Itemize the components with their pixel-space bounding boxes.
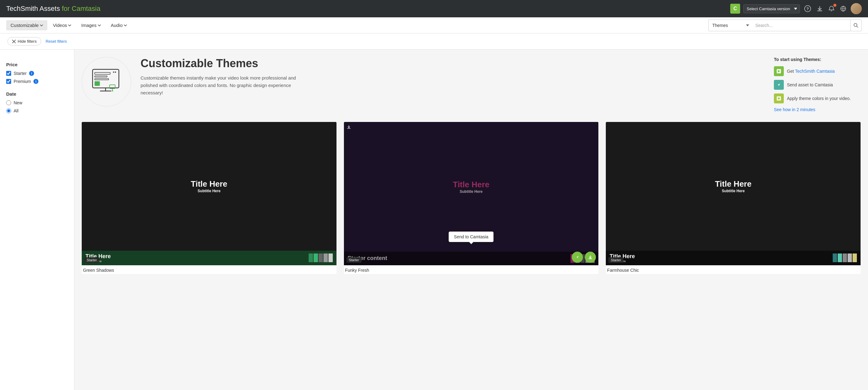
nav-customizable[interactable]: Customizable — [6, 20, 48, 30]
svg-rect-6 — [95, 76, 107, 77]
card-name-green-shadows: Green Shadows — [82, 265, 337, 274]
cards-grid: Title Here Subtitle Here Title Here Subt… — [82, 122, 861, 274]
date-filter-title: Date — [6, 91, 68, 97]
content-inner: Customizable Themes Customizable themes … — [74, 50, 868, 281]
color-swatches-farm — [833, 254, 857, 262]
category-dropdown[interactable]: Themes Intros/Outros Lower Thirds Titles — [708, 20, 752, 31]
notification-button[interactable] — [827, 4, 836, 13]
card-farmhouse-chic[interactable]: Title Here Subtitle Here Title Here Subt… — [606, 122, 861, 274]
sub-navigation: Customizable Videos Images Audio Themes … — [0, 17, 868, 33]
search-container: Themes Intros/Outros Lower Thirds Titles — [708, 20, 862, 31]
thumb-lower-farmhouse: Title Here Subtitle Here — [606, 251, 861, 265]
filter-premium: Premium i — [6, 79, 68, 84]
thumb-title-area-farmhouse: Title Here Subtitle Here — [606, 122, 861, 251]
avatar-image — [851, 3, 862, 14]
thumb-title: Title Here — [191, 179, 227, 189]
svg-point-18 — [778, 98, 780, 99]
top-nav-right: C Select Camtasia version ? — [730, 3, 862, 14]
aside-title: To start using Themes: — [774, 57, 861, 62]
nav-videos[interactable]: Videos — [49, 20, 76, 30]
svg-point-8 — [113, 71, 114, 73]
date-all-radio[interactable] — [6, 108, 11, 113]
aside-icon-send — [774, 80, 784, 90]
version-selector[interactable]: Select Camtasia version — [743, 4, 800, 13]
date-new-label: New — [13, 100, 22, 105]
sidebar-filters: Price Starter i Premium i Date New All — [0, 50, 74, 390]
starter-info-icon[interactable]: i — [29, 71, 34, 76]
brand-logo: TechSmith Assets for Camtasia — [6, 5, 100, 13]
notification-badge — [833, 4, 836, 7]
search-button[interactable] — [850, 20, 862, 31]
aside-icon-camtasia — [774, 66, 784, 76]
hero-description: Customizable themes instantly make your … — [141, 74, 308, 97]
globe-button[interactable] — [839, 4, 847, 13]
card-thumbnail-farmhouse: Title Here Subtitle Here Title Here Subt… — [606, 122, 861, 265]
thumb-lower: Title Here Subtitle Here — [82, 251, 337, 265]
svg-rect-10 — [95, 82, 100, 86]
hero-section: Customizable Themes Customizable themes … — [82, 57, 861, 112]
hide-filters-button[interactable]: Hide filters — [7, 37, 41, 45]
card-thumbnail-funky-fresh: Title Here Subtitle Here Starter content — [344, 122, 599, 265]
avatar[interactable] — [851, 3, 862, 14]
hero-title: Customizable Themes — [141, 57, 765, 70]
thumb-title-area: Title Here Subtitle Here — [82, 122, 337, 251]
card-action-buttons — [572, 252, 596, 263]
card-badge-starter: Starter — [84, 257, 99, 263]
filter-all: All — [6, 108, 68, 113]
brand-name-prefix: TechSmith Assets — [6, 5, 60, 12]
reset-filters-button[interactable]: Reset filters — [45, 39, 67, 44]
brand-name-suffix: for Camtasia — [60, 5, 101, 12]
nav-audio[interactable]: Audio — [106, 20, 131, 30]
thumb-title-farmhouse: Title Here — [715, 179, 752, 189]
thumb-subtitle-farmhouse: Subtitle Here — [722, 189, 745, 193]
send-to-camtasia-tooltip: Send to Camtasia — [448, 231, 493, 242]
premium-checkbox[interactable] — [6, 79, 11, 84]
hero-aside: To start using Themes: Get TechSmith Cam… — [774, 57, 861, 112]
hero-icon-circle — [82, 57, 131, 106]
date-new-radio[interactable] — [6, 100, 11, 105]
techsmith-camtasia-link[interactable]: TechSmith Camtasia — [795, 69, 835, 74]
thumbnail-content: Title Here Subtitle Here Title Here Subt… — [82, 122, 337, 265]
card-badge-funky: Starter — [346, 257, 362, 263]
search-input[interactable] — [752, 20, 851, 31]
main-layout: Price Starter i Premium i Date New All — [0, 50, 868, 390]
aside-icon-apply — [774, 94, 784, 103]
starter-checkbox[interactable] — [6, 71, 11, 76]
starter-label: Starter — [13, 71, 27, 76]
send-to-camtasia-button[interactable] — [572, 252, 583, 263]
premium-label: Premium — [13, 79, 31, 84]
svg-text:?: ? — [806, 6, 809, 11]
card-name-farmhouse-chic: Farmhouse Chic — [606, 265, 861, 274]
see-how-link[interactable]: See how in 2 minutes — [774, 107, 861, 112]
aside-item-2: Send asset to Camtasia — [774, 80, 861, 90]
help-button[interactable]: ? — [803, 4, 812, 13]
camtasia-app-icon: C — [730, 4, 740, 13]
download-button-funky[interactable] — [585, 252, 596, 263]
thumbnail-content-farmhouse: Title Here Subtitle Here Title Here Subt… — [606, 122, 861, 265]
filter-controls-bar: Hide filters Reset filters — [0, 33, 868, 50]
price-filter-title: Price — [6, 62, 68, 67]
svg-point-9 — [115, 71, 116, 73]
hide-filters-label: Hide filters — [18, 39, 36, 44]
svg-rect-5 — [95, 72, 110, 74]
top-navigation: TechSmith Assets for Camtasia C Select C… — [0, 0, 868, 17]
aside-item-3: Apply theme colors in your video. — [774, 94, 861, 103]
card-funky-fresh[interactable]: Title Here Subtitle Here Starter content — [344, 122, 599, 274]
filter-new: New — [6, 100, 68, 105]
card-hover-overlay: Send to Camtasia — [344, 122, 599, 265]
card-green-shadows[interactable]: Title Here Subtitle Here Title Here Subt… — [82, 122, 337, 274]
download-button[interactable] — [815, 4, 824, 13]
filter-starter: Starter i — [6, 71, 68, 76]
download-indicator — [346, 124, 351, 131]
nav-images[interactable]: Images — [77, 20, 105, 30]
main-content: Customizable Themes Customizable themes … — [74, 50, 868, 390]
thumb-subtitle: Subtitle Here — [197, 189, 220, 193]
card-badge-farmhouse: Starter — [608, 257, 623, 263]
color-swatches — [309, 254, 333, 262]
card-thumbnail-green-shadows: Title Here Subtitle Here Title Here Subt… — [82, 122, 337, 265]
premium-info-icon[interactable]: i — [33, 79, 38, 84]
hero-text: Customizable Themes Customizable themes … — [141, 57, 765, 97]
card-name-funky-fresh: Funky Fresh — [344, 265, 599, 274]
aside-item-1: Get TechSmith Camtasia — [774, 66, 861, 76]
svg-rect-7 — [95, 78, 108, 80]
